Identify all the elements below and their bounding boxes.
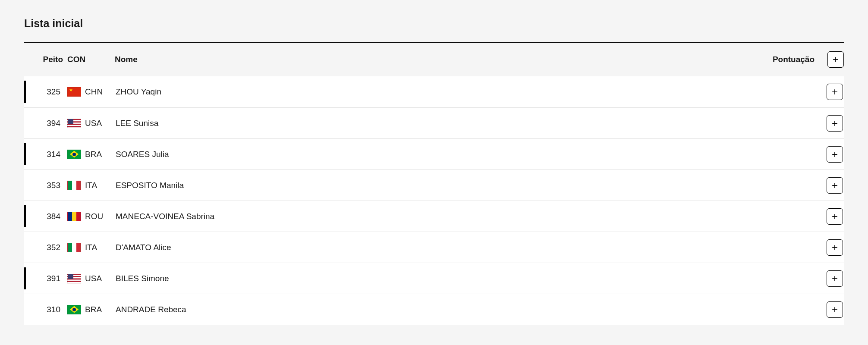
cell-con: ROU	[67, 212, 115, 221]
cell-peito: 391	[26, 274, 67, 283]
cell-peito: 325	[26, 87, 67, 97]
table-row: 325CHNZHOU Yaqin+	[24, 76, 844, 107]
flag-icon	[67, 119, 81, 128]
expand-row-button[interactable]: +	[827, 270, 843, 287]
cell-con: BRA	[67, 150, 115, 159]
expand-all-button[interactable]: +	[827, 51, 844, 68]
cell-con: ITA	[67, 243, 115, 252]
flag-icon	[67, 181, 81, 190]
cell-peito: 352	[26, 243, 67, 252]
cell-nome: MANECA-VOINEA Sabrina	[115, 212, 745, 221]
con-code: ROU	[85, 212, 103, 221]
con-code: BRA	[85, 305, 102, 314]
cell-nome: ZHOU Yaqin	[115, 87, 745, 97]
con-code: ITA	[85, 243, 97, 252]
cell-con: BRA	[67, 305, 115, 314]
cell-nome: SOARES Julia	[115, 150, 745, 159]
con-code: USA	[85, 119, 102, 128]
cell-con: USA	[67, 119, 115, 128]
table-row: 314BRASOARES Julia+	[24, 138, 844, 169]
cell-peito: 384	[26, 212, 67, 221]
table-row: 394USALEE Sunisa+	[24, 107, 844, 138]
flag-icon	[67, 212, 81, 221]
col-header-peito: Peito	[26, 55, 67, 64]
expand-row-button[interactable]: +	[827, 208, 843, 225]
col-header-pontuacao: Pontuação	[745, 55, 822, 64]
flag-icon	[67, 274, 81, 283]
expand-row-button[interactable]: +	[827, 177, 843, 194]
cell-peito: 394	[26, 119, 67, 128]
con-code: BRA	[85, 150, 102, 159]
table-row: 310BRAANDRADE Rebeca+	[24, 294, 844, 325]
page-title: Lista inicial	[24, 17, 844, 30]
table-row: 352ITAD'AMATO Alice+	[24, 232, 844, 263]
flag-icon	[67, 87, 81, 97]
expand-row-button[interactable]: +	[827, 301, 843, 318]
cell-peito: 314	[26, 150, 67, 159]
expand-row-button[interactable]: +	[827, 239, 843, 256]
table-header-row: Peito CON Nome Pontuação +	[24, 43, 844, 76]
cell-con: ITA	[67, 181, 115, 190]
flag-icon	[67, 305, 81, 314]
con-code: ITA	[85, 181, 97, 190]
col-header-con: CON	[67, 55, 115, 64]
flag-icon	[67, 150, 81, 159]
cell-con: CHN	[67, 87, 115, 97]
con-code: CHN	[85, 87, 103, 97]
con-code: USA	[85, 274, 102, 283]
cell-nome: D'AMATO Alice	[115, 243, 745, 252]
table-row: 384ROUMANECA-VOINEA Sabrina+	[24, 201, 844, 232]
cell-con: USA	[67, 274, 115, 283]
cell-nome: ESPOSITO Manila	[115, 181, 745, 190]
table-row: 353ITAESPOSITO Manila+	[24, 169, 844, 201]
col-header-nome: Nome	[115, 55, 745, 64]
expand-row-button[interactable]: +	[827, 115, 843, 132]
cell-nome: ANDRADE Rebeca	[115, 305, 745, 314]
cell-nome: BILES Simone	[115, 274, 745, 283]
cell-peito: 353	[26, 181, 67, 190]
expand-row-button[interactable]: +	[827, 146, 843, 163]
start-list-table: Peito CON Nome Pontuação + 325CHNZHOU Ya…	[24, 42, 844, 325]
expand-row-button[interactable]: +	[827, 84, 843, 100]
table-row: 391USABILES Simone+	[24, 263, 844, 294]
cell-nome: LEE Sunisa	[115, 119, 745, 128]
cell-peito: 310	[26, 305, 67, 314]
flag-icon	[67, 243, 81, 252]
